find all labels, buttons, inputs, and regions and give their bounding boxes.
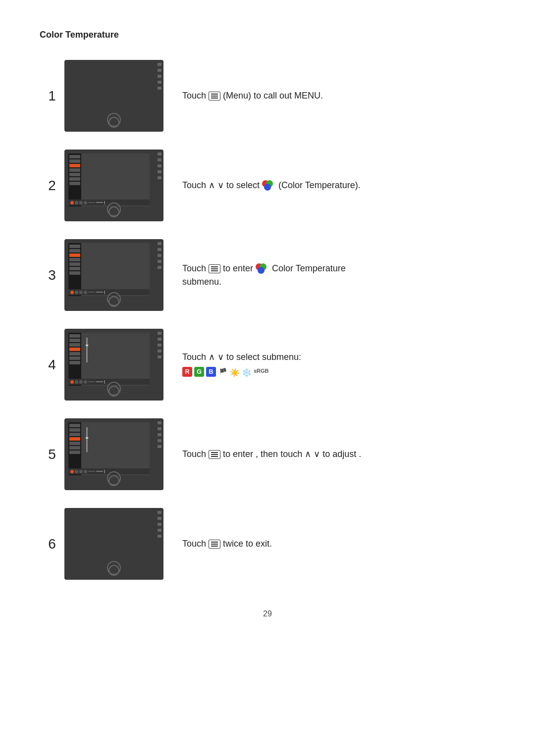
color-temp-icon-3 [256,263,269,274]
menu-icon-5 [209,450,220,459]
rgb-r: R [182,367,192,377]
srgb-label: sRGB [254,367,269,379]
page-number: 29 [40,609,495,618]
step-number-6: 6 [40,536,64,552]
step-row-6: 6 Touch twice to exit. [40,508,495,580]
monitor-image-5 [64,418,163,490]
step-text-2: Touch ∧ ∨ to select (Color Temperature). [182,179,495,192]
monitor-image-1 [64,60,163,132]
step-number-2: 2 [40,178,64,194]
step-row-4: 4 [40,329,495,401]
page-title: Color Temperature [40,30,495,40]
sun-icon-1: ☀️ [230,367,240,379]
monitor-image-2 [64,150,163,221]
color-temp-icon-2 [262,180,276,191]
menu-icon-6 [209,540,220,549]
monitor-image-4 [64,329,163,401]
step-number-4: 4 [40,357,64,373]
step-text-6: Touch twice to exit. [182,537,495,551]
rgb-bar: R G B 🏴 ☀️ ❄️ sRGB [182,367,269,379]
step-text-5: Touch to enter , then touch ∧ ∨ to adjus… [182,448,495,461]
rgb-g: G [194,367,204,377]
step-number-5: 5 [40,447,64,462]
step-text-3: Touch to enter Color Temperaturesubmenu. [182,262,495,289]
monitor-image-3 [64,239,163,311]
step-text-4: Touch ∧ ∨ to select submenu: R G B 🏴 ☀️ … [182,351,495,379]
flag-icon: 🏴 [218,367,228,377]
step-number-3: 3 [40,267,64,283]
menu-icon-3 [209,264,220,273]
step-number-1: 1 [40,88,64,104]
step-row-5: 5 [40,418,495,490]
sun-icon-2: ❄️ [242,367,252,379]
monitor-image-6 [64,508,163,580]
step-row-2: 2 [40,150,495,221]
rgb-b: B [206,367,216,377]
step-row-1: 1 Touch (Menu) to call out MENU. [40,60,495,132]
menu-icon-1 [209,92,220,101]
step-text-1: Touch (Menu) to call out MENU. [182,89,495,102]
step-row-3: 3 [40,239,495,311]
